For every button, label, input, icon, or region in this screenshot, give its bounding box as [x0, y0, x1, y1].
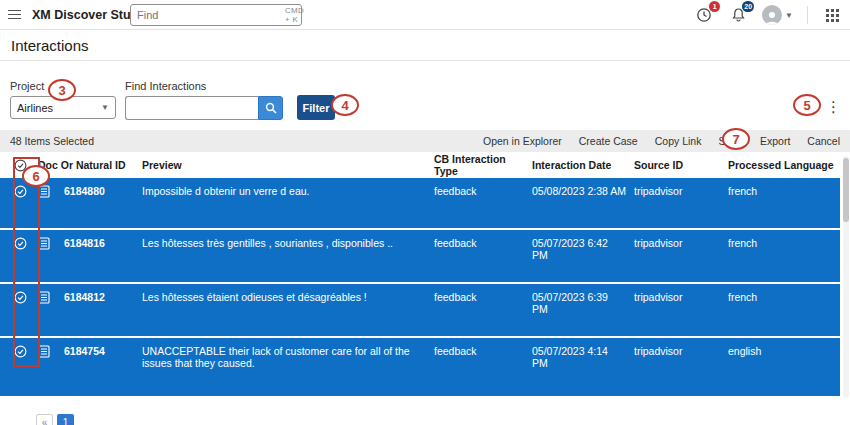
pagination-page-1[interactable]: 1 — [57, 414, 74, 425]
column-header-date[interactable]: Interaction Date — [532, 159, 634, 171]
row-type: feedback — [434, 345, 532, 357]
topbar: XM Discover Studio CMD + K 1 20 — [0, 0, 850, 30]
bell-badge: 20 — [742, 1, 754, 12]
chevron-down-icon: ▼ — [785, 11, 793, 20]
hamburger-menu-icon[interactable] — [0, 7, 28, 21]
row-preview: Les hôtesses étaient odieuses et désagré… — [142, 291, 434, 303]
document-icon[interactable] — [38, 185, 64, 198]
filter-button[interactable]: Filter — [297, 95, 335, 120]
history-clock-icon[interactable]: 1 — [694, 5, 714, 25]
column-header-id[interactable]: Doc Or Natural ID — [38, 159, 142, 171]
filters-row: Project Airlines ▼ Find Interactions Fil… — [10, 80, 840, 126]
table-header-row: Doc Or Natural ID Preview CB Interaction… — [0, 152, 840, 178]
column-header-preview[interactable]: Preview — [142, 159, 434, 171]
app-grid-icon[interactable] — [822, 5, 842, 25]
row-source: tripadvisor — [634, 185, 728, 197]
hamburger-bars — [8, 7, 21, 21]
annotation-rectangle-checkbox-column — [13, 157, 40, 367]
interactions-table: Doc Or Natural ID Preview CB Interaction… — [0, 152, 840, 398]
select-chevron-icon: ▼ — [101, 103, 109, 112]
annotation-circle-3: 3 — [48, 79, 76, 101]
document-icon[interactable] — [38, 237, 64, 250]
pagination-prev-button[interactable]: « — [36, 414, 53, 425]
topbar-divider — [807, 6, 808, 24]
row-id: 6184816 — [64, 237, 142, 249]
search-icon — [265, 102, 277, 114]
row-date: 05/07/2023 6:39 PM — [532, 291, 634, 315]
row-preview: Les hôtesses très gentilles , souriantes… — [142, 237, 434, 249]
table-row[interactable]: 6184754 UNACCEPTABLE their lack of custo… — [0, 338, 840, 398]
column-header-type[interactable]: CB Interaction Type — [434, 153, 532, 177]
row-date: 05/08/2023 2:38 AM — [532, 185, 634, 197]
find-shortcut-hint: CMD + K — [285, 6, 310, 24]
document-icon[interactable] — [38, 291, 64, 304]
avatar — [762, 5, 782, 25]
page-title: Interactions — [11, 37, 89, 54]
row-language: french — [728, 237, 840, 249]
interactions-screen: XM Discover Studio CMD + K 1 20 — [0, 0, 850, 425]
scrollbar-thumb[interactable] — [843, 158, 849, 222]
row-id: 6184812 — [64, 291, 142, 303]
row-source: tripadvisor — [634, 291, 728, 303]
annotation-circle-4: 4 — [331, 94, 359, 116]
document-icon[interactable] — [38, 345, 64, 358]
clock-badge: 1 — [709, 1, 720, 12]
person-icon — [764, 10, 780, 25]
cancel-action[interactable]: Cancel — [807, 135, 840, 147]
row-id: 6184880 — [64, 185, 142, 197]
row-language: french — [728, 291, 840, 303]
topbar-right: 1 20 ▼ — [694, 0, 842, 30]
notifications-bell-icon[interactable]: 20 — [728, 5, 748, 25]
table-row[interactable]: 6184816 Les hôtesses très gentilles , so… — [0, 230, 840, 284]
row-source: tripadvisor — [634, 345, 728, 357]
table-row[interactable]: 6184812 Les hôtesses étaient odieuses et… — [0, 284, 840, 338]
column-header-language[interactable]: Processed Language — [728, 159, 840, 171]
annotation-circle-7: 7 — [722, 128, 750, 150]
global-find-input[interactable] — [131, 9, 285, 21]
search-button[interactable] — [258, 96, 283, 120]
annotation-circle-6: 6 — [22, 165, 50, 187]
row-type: feedback — [434, 185, 532, 197]
row-date: 05/07/2023 6:42 PM — [532, 237, 634, 261]
row-preview: Impossible d obtenir un verre d eau. — [142, 185, 434, 197]
open-in-explorer-action[interactable]: Open in Explorer — [483, 135, 562, 147]
user-menu[interactable]: ▼ — [762, 5, 793, 25]
row-source: tripadvisor — [634, 237, 728, 249]
toolbar-actions: Open in Explorer Create Case Copy Link S… — [483, 135, 840, 147]
row-id: 6184754 — [64, 345, 142, 357]
annotation-circle-5: 5 — [793, 94, 821, 116]
row-type: feedback — [434, 291, 532, 303]
table-row[interactable]: 6184880 Impossible d obtenir un verre d … — [0, 178, 840, 230]
global-find-box[interactable]: CMD + K — [130, 4, 302, 26]
create-case-action[interactable]: Create Case — [579, 135, 638, 147]
row-type: feedback — [434, 237, 532, 249]
selected-count: 48 Items Selected — [10, 135, 94, 147]
more-options-kebab-icon[interactable]: ⋮ — [826, 98, 840, 116]
find-interactions-field: Find Interactions — [125, 80, 283, 120]
grid-glyph — [826, 9, 839, 22]
row-language: english — [728, 345, 840, 357]
find-interactions-label: Find Interactions — [125, 80, 283, 92]
find-interactions-input[interactable] — [125, 96, 258, 120]
row-language: french — [728, 185, 840, 197]
page-title-bar: Interactions — [0, 30, 850, 61]
row-date: 05/07/2023 4:14 PM — [532, 345, 634, 369]
project-select-value: Airlines — [17, 102, 53, 114]
row-preview: UNACCEPTABLE their lack of customer care… — [142, 345, 434, 369]
copy-link-action[interactable]: Copy Link — [655, 135, 702, 147]
table-scrollbar[interactable] — [843, 156, 849, 398]
export-action[interactable]: Export — [760, 135, 790, 147]
column-header-source[interactable]: Source ID — [634, 159, 728, 171]
pagination: « 1 — [36, 414, 74, 425]
